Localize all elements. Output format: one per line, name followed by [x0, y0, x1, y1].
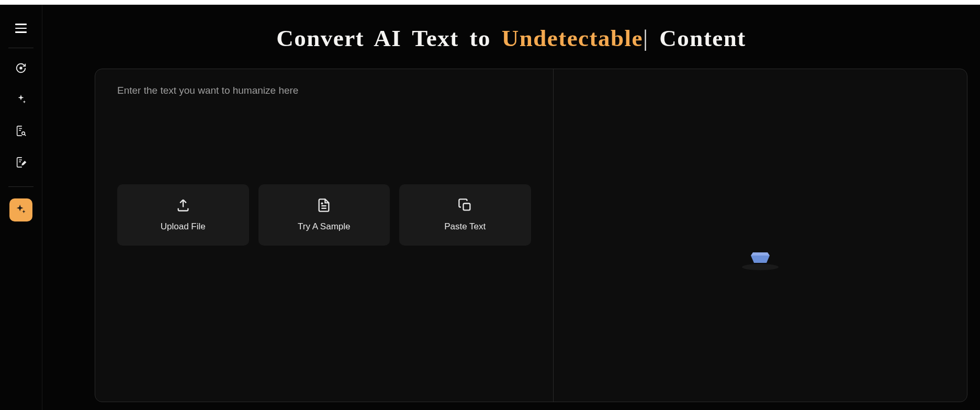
title-accent: Undetectable: [502, 25, 643, 51]
sidebar: [0, 5, 42, 410]
workspace: Upload File Tr: [95, 69, 967, 402]
svg-point-11: [742, 264, 779, 270]
hamburger-menu[interactable]: [11, 19, 31, 37]
svg-point-9: [322, 203, 323, 204]
action-buttons: Upload File Tr: [117, 184, 531, 246]
upload-file-button[interactable]: Upload File: [117, 184, 249, 246]
svg-point-3: [22, 131, 25, 135]
svg-rect-10: [463, 204, 470, 210]
sidebar-item-document-search[interactable]: [9, 120, 32, 143]
document-search-icon: [15, 125, 27, 139]
sidebar-item-refresh[interactable]: [9, 58, 32, 81]
copy-icon: [458, 198, 472, 214]
output-placeholder-icon: [739, 241, 781, 272]
output-panel: [554, 69, 967, 402]
sidebar-item-sparkle[interactable]: [9, 89, 32, 112]
sparkle-icon: [15, 94, 27, 107]
humanize-text-input[interactable]: [117, 85, 531, 184]
refresh-icon: [15, 62, 27, 76]
sidebar-divider: [8, 48, 33, 48]
document-edit-icon: [15, 157, 27, 170]
svg-line-4: [25, 134, 26, 135]
title-suffix: Content: [649, 25, 746, 51]
input-panel: Upload File Tr: [95, 69, 554, 402]
try-sample-button[interactable]: Try A Sample: [258, 184, 390, 246]
page-title: Convert AI Text to Undetectable| Content: [42, 5, 980, 69]
title-cursor: |: [643, 25, 649, 51]
ai-sparkle-icon: [15, 203, 27, 217]
title-prefix: Convert AI Text to: [276, 25, 502, 51]
svg-point-0: [20, 67, 22, 69]
paste-text-button[interactable]: Paste Text: [399, 184, 531, 246]
main-content: Convert AI Text to Undetectable| Content: [42, 5, 980, 410]
sidebar-item-ai-sparkle[interactable]: [9, 198, 32, 221]
sidebar-item-document-edit[interactable]: [9, 152, 32, 175]
upload-icon: [176, 198, 190, 214]
paste-label: Paste Text: [444, 221, 486, 232]
sidebar-divider: [8, 186, 33, 187]
sample-label: Try A Sample: [298, 221, 350, 232]
upload-label: Upload File: [161, 221, 206, 232]
document-icon: [317, 198, 331, 214]
